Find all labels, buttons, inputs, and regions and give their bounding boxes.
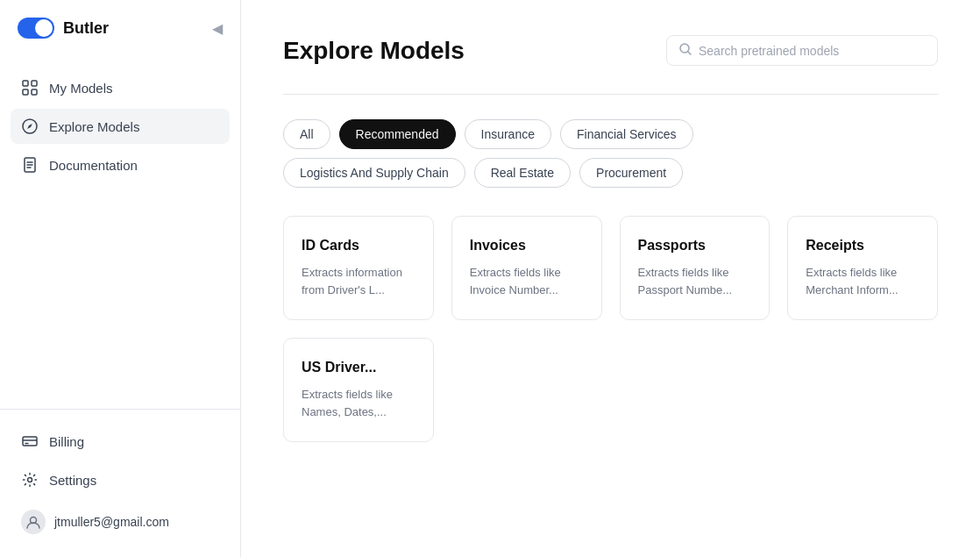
header-divider bbox=[283, 94, 938, 95]
filter-row-1: All Recommended Insurance Financial Serv… bbox=[283, 119, 938, 149]
sidebar-logo-area: Butler ◀ bbox=[0, 0, 240, 56]
svg-line-15 bbox=[688, 52, 691, 54]
sidebar-item-my-models[interactable]: My Models bbox=[11, 70, 230, 105]
card-title: Passports bbox=[638, 238, 752, 254]
sidebar-item-label: Billing bbox=[49, 434, 84, 449]
page-title: Explore Models bbox=[283, 37, 465, 65]
sidebar-item-label: Settings bbox=[49, 473, 96, 488]
card-desc: Extracts information from Driver's L... bbox=[302, 264, 415, 298]
card-title: US Driver... bbox=[302, 360, 415, 375]
sidebar-item-label: My Models bbox=[49, 81, 113, 96]
main-content: Explore Models All Recommended Insurance… bbox=[241, 0, 980, 557]
filter-section: All Recommended Insurance Financial Serv… bbox=[283, 119, 938, 188]
sidebar-item-settings[interactable]: Settings bbox=[11, 462, 230, 497]
user-row[interactable]: jtmuller5@gmail.com bbox=[11, 501, 230, 543]
svg-rect-1 bbox=[32, 81, 37, 86]
cards-grid-row1: ID Cards Extracts information from Drive… bbox=[283, 216, 938, 320]
filter-financial-services[interactable]: Financial Services bbox=[560, 119, 693, 149]
card-title: Invoices bbox=[470, 238, 584, 254]
search-input[interactable] bbox=[699, 44, 925, 58]
card-id-cards[interactable]: ID Cards Extracts information from Drive… bbox=[283, 216, 434, 320]
sidebar-bottom: Billing Settings jtmuller5@gmail.com bbox=[0, 409, 240, 557]
compass-icon bbox=[21, 118, 39, 135]
sidebar-item-billing[interactable]: Billing bbox=[11, 424, 230, 459]
card-passports[interactable]: Passports Extracts fields like Passport … bbox=[620, 216, 771, 320]
credit-card-icon bbox=[21, 432, 39, 450]
cards-grid-row2: US Driver... Extracts fields like Names,… bbox=[283, 338, 938, 442]
filter-recommended[interactable]: Recommended bbox=[339, 119, 456, 149]
sidebar-item-documentation[interactable]: Documentation bbox=[11, 147, 230, 182]
svg-rect-2 bbox=[23, 89, 28, 95]
sidebar-item-label: Documentation bbox=[49, 158, 138, 173]
grid-icon bbox=[21, 79, 39, 96]
card-invoices[interactable]: Invoices Extracts fields like Invoice Nu… bbox=[451, 216, 602, 320]
sidebar: Butler ◀ My Models bbox=[0, 0, 241, 557]
search-icon bbox=[679, 43, 692, 58]
doc-icon bbox=[21, 156, 39, 174]
card-receipts[interactable]: Receipts Extracts fields like Merchant I… bbox=[787, 216, 938, 320]
svg-rect-3 bbox=[32, 89, 37, 95]
sidebar-item-label: Explore Models bbox=[49, 119, 139, 134]
card-desc: Extracts fields like Merchant Inform... bbox=[806, 264, 920, 298]
sidebar-nav: My Models Explore Models D bbox=[0, 56, 240, 409]
filter-logistics[interactable]: Logistics And Supply Chain bbox=[283, 158, 465, 188]
logo: Butler bbox=[18, 18, 109, 39]
main-header: Explore Models bbox=[283, 35, 938, 66]
gear-icon bbox=[21, 471, 39, 489]
card-desc: Extracts fields like Passport Numbe... bbox=[638, 264, 752, 298]
collapse-button[interactable]: ◀ bbox=[212, 20, 223, 37]
svg-point-12 bbox=[28, 478, 32, 482]
avatar bbox=[21, 510, 46, 534]
filter-all[interactable]: All bbox=[283, 119, 330, 149]
search-box[interactable] bbox=[666, 35, 938, 66]
logo-toggle[interactable] bbox=[18, 18, 54, 39]
app-name: Butler bbox=[63, 19, 109, 38]
toggle-knob bbox=[35, 19, 53, 37]
sidebar-item-explore-models[interactable]: Explore Models bbox=[11, 109, 230, 144]
filter-procurement[interactable]: Procurement bbox=[579, 158, 683, 188]
card-desc: Extracts fields like Invoice Number... bbox=[470, 264, 584, 298]
card-us-driver[interactable]: US Driver... Extracts fields like Names,… bbox=[283, 338, 434, 442]
card-title: Receipts bbox=[806, 238, 920, 254]
user-email: jtmuller5@gmail.com bbox=[54, 515, 169, 529]
svg-rect-0 bbox=[23, 81, 28, 86]
filter-insurance[interactable]: Insurance bbox=[465, 119, 551, 149]
card-desc: Extracts fields like Names, Dates,... bbox=[302, 386, 415, 420]
card-title: ID Cards bbox=[302, 238, 415, 254]
filter-real-estate[interactable]: Real Estate bbox=[474, 158, 571, 188]
svg-rect-9 bbox=[23, 437, 37, 446]
filter-row-2: Logistics And Supply Chain Real Estate P… bbox=[283, 158, 938, 188]
